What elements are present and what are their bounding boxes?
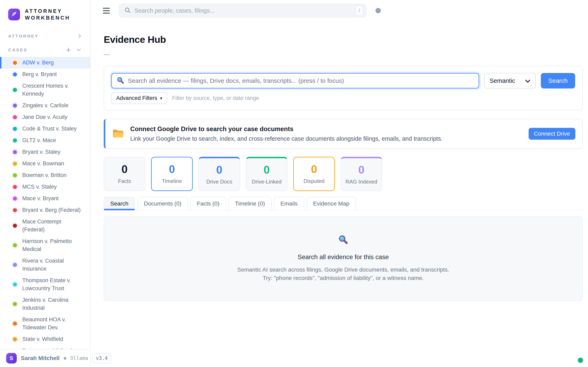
folder-icon [112,128,124,140]
tab[interactable]: Documents (0) [138,197,188,210]
sidebar-case-item[interactable]: Bowman v. Britton [0,169,90,181]
sidebar-case-item[interactable]: Mace v. Bryant [0,193,90,204]
case-color-dot [13,72,17,76]
sidebar-footer: S Sarah Mitchell Ollama v3.4 [0,349,90,367]
search-mode-select[interactable]: Semantic [484,73,536,89]
drive-connect-banner: Connect Google Drive to search your case… [104,119,583,149]
stat-label: Drive Docs [206,179,232,185]
evidence-search-panel: Semantic Search Advanced Filters ▾ Filte… [104,66,583,110]
advanced-filters-label: Advanced Filters [116,95,157,101]
sidebar-case-item[interactable]: Jane Doe v. Acuity [0,111,90,123]
stat-label: Drive-Linked [252,179,282,185]
case-color-dot [13,185,17,189]
sidebar-case-item[interactable]: Mace v. Bowman [0,158,90,169]
case-name: Harrison v. Palmetto Medical [22,237,85,253]
stat-label: RAG Indexed [346,179,377,185]
sidebar-case-item[interactable]: Patterson v. Midlands School Dist. [0,345,90,349]
stat-card[interactable]: 0 Drive Docs [199,157,240,191]
magnifier-emoji-icon [117,77,124,85]
case-name: Thompson Estate v. Lowcountry Trust [22,276,85,292]
tab[interactable]: Evidence Map [307,197,356,210]
banner-title: Connect Google Drive to search your case… [130,125,443,133]
stat-value: 0 [264,164,270,175]
user-avatar[interactable]: S [6,353,17,364]
tab[interactable]: Facts (0) [190,197,226,210]
case-name: ADW v. Berg [22,59,54,67]
stat-card[interactable]: 0 Disputed [293,157,335,191]
case-color-dot [13,173,17,177]
sidebar-case-item[interactable]: Zingales v. Carlisle [0,100,90,111]
attorney-section-label: ATTORNEY [8,34,39,39]
tab[interactable]: Emails [274,197,304,210]
tab[interactable]: Timeline (0) [228,197,272,210]
case-name: GLT2 v. Mace [22,136,56,144]
engine-status-dot [64,357,66,360]
chevron-right-icon[interactable] [77,33,82,39]
case-color-dot [13,61,17,65]
case-color-dot [13,322,17,325]
online-status-dot [578,358,583,363]
stat-label: Disputed [303,178,325,184]
stat-label: Timeline [162,178,182,184]
quill-icon [11,11,17,18]
case-color-dot [13,162,17,166]
chevron-down-icon[interactable] [76,48,82,52]
connect-drive-button[interactable]: Connect Drive [528,128,575,140]
stat-card[interactable]: 0 Drive-Linked [246,157,287,191]
global-search-bar[interactable]: / [119,4,366,17]
case-name: Zingales v. Carlisle [22,101,68,109]
sidebar-case-item[interactable]: MCS v. Staley [0,181,90,193]
tab[interactable]: Search [104,197,135,210]
stat-card[interactable]: 0 Facts [104,157,145,191]
case-name: Bryant v. Berg (Federal) [22,206,81,214]
sidebar-case-item[interactable]: Harrison v. Palmetto Medical [0,235,90,255]
banner-description: Link your Google Drive to search, index,… [130,135,443,142]
sidebar-case-item[interactable]: Thompson Estate v. Lowcountry Trust [0,275,90,294]
sidebar-case-item[interactable]: Rivera v. Coastal Insurance [0,255,90,275]
sidebar-case-item[interactable]: Beaumont HOA v. Tidewater Dev. [0,314,90,333]
topbar: / [91,0,588,21]
stat-card[interactable]: 0 Timeline [151,157,193,191]
menu-icon[interactable] [103,8,110,14]
cases-section-label: CASES [8,48,27,52]
sidebar: ATTORNEY WORKBENCH ATTORNEY CASES [0,0,91,367]
search-results-panel: Search all evidence for this case Semant… [104,216,583,301]
add-case-icon[interactable] [65,47,72,53]
global-search-input[interactable] [134,7,352,14]
stat-card[interactable]: 0 RAG Indexed [341,157,382,191]
stat-value: 0 [358,164,364,175]
sidebar-case-item[interactable]: GLT2 v. Mace [0,134,90,146]
search-button[interactable]: Search [541,73,575,89]
case-name: Beaumont HOA v. Tidewater Dev. [22,316,85,332]
slash-shortcut-key: / [355,5,363,16]
sidebar-section-attorney[interactable]: ATTORNEY [0,32,90,40]
presence-dot[interactable] [375,8,381,13]
sidebar-case-item[interactable]: Bryant v. Berg (Federal) [0,204,90,216]
search-mode-value: Semantic [490,77,515,84]
sidebar-case-item[interactable]: Crescent Homes v. Kennedy [0,80,90,100]
case-color-dot [13,104,17,108]
sidebar-case-item[interactable]: Jenkins v. Carolina Industrial [0,294,90,314]
case-name: Bryant v. Staley [22,148,61,156]
app-logo[interactable] [8,8,20,20]
case-name: Bowman v. Britton [22,171,67,179]
stat-value: 0 [121,164,128,175]
sidebar-case-item[interactable]: Mace Contempt (Federal) [0,216,90,235]
sidebar-case-item[interactable]: State v. Whitfield [0,333,90,345]
main-column: / Evidence Hub — Semantic [91,0,588,367]
stat-value: 0 [216,164,222,175]
evidence-search-input[interactable] [128,77,474,84]
empty-state-heading: Search all evidence for this case [298,253,389,261]
advanced-filters-button[interactable]: Advanced Filters ▾ [111,92,167,104]
case-color-dot [13,115,17,119]
sidebar-case-item[interactable]: Bryant v. Staley [0,146,90,158]
tab-bar: Search Documents (0) Facts (0) Timeline … [104,197,583,211]
evidence-search-field[interactable] [111,73,479,89]
case-color-dot [13,127,17,131]
stat-label: Facts [118,178,131,184]
sidebar-case-item[interactable]: Code & Trust v. Staley [0,123,90,134]
banner-text: Connect Google Drive to search your case… [130,125,443,142]
case-name: Jane Doe v. Acuity [22,113,68,121]
sidebar-case-item[interactable]: ADW v. Berg [0,57,90,68]
sidebar-case-item[interactable]: Berg v. Bryant [0,68,90,80]
